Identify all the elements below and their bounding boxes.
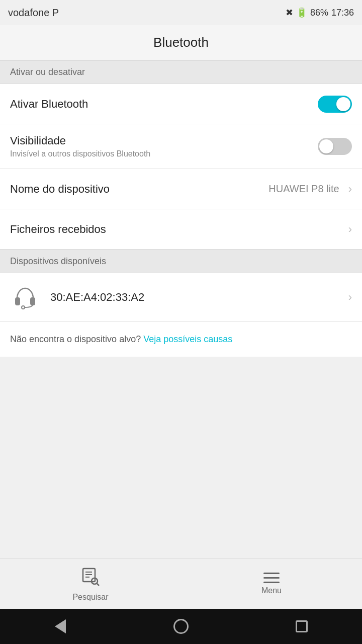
device-chevron: › (348, 291, 352, 304)
home-icon (173, 619, 189, 634)
headset-icon (12, 284, 38, 310)
received-files-right: › (348, 223, 352, 236)
svg-rect-0 (15, 297, 20, 305)
page-title: Bluetooth (153, 35, 209, 50)
device-row[interactable]: 30:AE:A4:02:33:A2 › (0, 273, 362, 322)
menu-line-1 (263, 573, 280, 574)
menu-line-2 (263, 577, 280, 579)
activate-bluetooth-label: Ativar Bluetooth (10, 98, 88, 111)
battery-percent: 86% (310, 8, 328, 18)
svg-line-8 (97, 583, 99, 586)
menu-line-3 (263, 582, 280, 583)
toggle-knob-bluetooth (336, 97, 350, 111)
status-icons: ✖ 🔋 86% 17:36 (286, 7, 354, 18)
menu-nav-label: Menu (261, 586, 282, 595)
available-devices-section-header: Dispositivos disponíveis (0, 250, 362, 273)
search-nav-label: Pesquisar (72, 593, 108, 602)
activate-section-header: Ativar ou desativar (0, 60, 362, 84)
activate-bluetooth-toggle[interactable] (318, 96, 352, 113)
svg-point-2 (22, 306, 25, 309)
visibility-toggle[interactable] (318, 138, 352, 155)
search-icon (80, 566, 101, 590)
device-name-label: Nome do dispositivo (10, 183, 110, 196)
received-files-label: Ficheiros recebidos (10, 223, 106, 236)
help-static-text: Não encontra o dispositivo alvo? (10, 334, 141, 344)
help-row: Não encontra o dispositivo alvo? Veja po… (0, 322, 362, 357)
back-icon (55, 619, 66, 633)
device-name-chevron: › (348, 183, 352, 196)
received-files-chevron: › (348, 223, 352, 236)
visibility-sublabel: Invisível a outros dispositivos Bluetoot… (10, 149, 150, 158)
available-devices-label: Dispositivos disponíveis (10, 256, 106, 266)
carrier-text: vodafone P (8, 7, 59, 19)
home-button[interactable] (171, 616, 191, 636)
visibility-row[interactable]: Visibilidade Invisível a outros disposit… (0, 124, 362, 169)
battery-icon: 🔋 (296, 7, 307, 18)
menu-nav-item[interactable]: Menu (181, 573, 362, 595)
status-bar: vodafone P ✖ 🔋 86% 17:36 (0, 0, 362, 25)
search-nav-item[interactable]: Pesquisar (0, 566, 181, 602)
device-name-value: HUAWEI P8 lite (268, 183, 339, 195)
toggle-knob-visibility (319, 139, 333, 153)
recent-button[interactable] (292, 616, 312, 636)
visibility-label: Visibilidade (10, 134, 150, 147)
recent-icon (296, 620, 308, 632)
activate-bluetooth-row[interactable]: Ativar Bluetooth (0, 84, 362, 124)
android-nav-bar (0, 609, 362, 644)
bottom-nav: Pesquisar Menu (0, 558, 362, 609)
content-spacer (0, 357, 362, 558)
menu-icon (263, 573, 280, 583)
device-icon-wrap (10, 282, 40, 312)
activate-section-label: Ativar ou desativar (10, 67, 85, 77)
bluetooth-status-icon: ✖ (286, 7, 293, 18)
help-text-content: Não encontra o dispositivo alvo? Veja po… (10, 334, 232, 344)
device-name-right: HUAWEI P8 lite › (268, 183, 352, 196)
received-files-row[interactable]: Ficheiros recebidos › (0, 209, 362, 250)
time-display: 17:36 (331, 8, 354, 18)
activate-bluetooth-label-wrap: Ativar Bluetooth (10, 98, 88, 111)
device-name-row[interactable]: Nome do dispositivo HUAWEI P8 lite › (0, 169, 362, 209)
visibility-label-wrap: Visibilidade Invisível a outros disposit… (10, 134, 150, 158)
device-mac-address: 30:AE:A4:02:33:A2 (50, 291, 348, 304)
page-header: Bluetooth (0, 25, 362, 60)
help-link[interactable]: Veja possíveis causas (143, 334, 232, 344)
back-button[interactable] (50, 616, 70, 636)
